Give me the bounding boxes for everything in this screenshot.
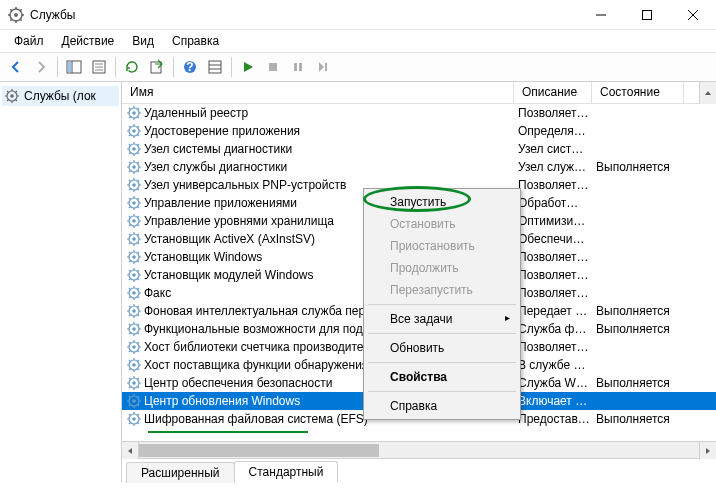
titlebar: Службы [0, 0, 716, 30]
ctx-all-tasks[interactable]: Все задачи [366, 308, 518, 330]
menu-action[interactable]: Действие [54, 32, 123, 50]
gear-icon [126, 123, 142, 139]
ctx-separator [368, 304, 516, 305]
svg-point-38 [132, 219, 136, 223]
menubar: Файл Действие Вид Справка [0, 30, 716, 52]
forward-button[interactable] [29, 55, 53, 79]
gear-icon [126, 177, 142, 193]
svg-rect-21 [299, 63, 302, 71]
gear-icon [126, 375, 142, 391]
service-desc: Позволяет… [514, 250, 592, 264]
refresh-button[interactable] [120, 55, 144, 79]
service-desc: Определя… [514, 124, 592, 138]
gear-icon [126, 213, 142, 229]
gear-icon [126, 411, 142, 427]
service-desc: Передает … [514, 304, 592, 318]
column-description[interactable]: Описание [514, 82, 592, 103]
service-desc: Позволяет… [514, 268, 592, 282]
ctx-restart: Перезапустить [366, 279, 518, 301]
svg-rect-20 [294, 63, 297, 71]
maximize-button[interactable] [624, 0, 670, 30]
service-state: Выполняется [592, 376, 684, 390]
svg-point-26 [132, 111, 136, 115]
svg-point-40 [132, 237, 136, 241]
scroll-left-button[interactable] [122, 442, 139, 459]
svg-point-54 [132, 363, 136, 367]
gear-icon [126, 267, 142, 283]
column-name[interactable]: Имя [122, 82, 514, 103]
help-button[interactable]: ? [178, 55, 202, 79]
service-name: Фоновая интеллектуальная служба пере [144, 304, 372, 318]
window-title: Службы [30, 8, 578, 22]
ctx-start[interactable]: Запустить [366, 191, 518, 213]
service-row[interactable]: Узел службы диагностикиУзел служ…Выполня… [122, 158, 716, 176]
service-row[interactable]: Узел системы диагностикиУзел сист… [122, 140, 716, 158]
service-name: Хост библиотеки счетчика производите [144, 340, 364, 354]
export-button[interactable] [145, 55, 169, 79]
properties-button[interactable] [87, 55, 111, 79]
svg-rect-22 [325, 63, 327, 71]
service-row[interactable]: Удостоверение приложенияОпределя… [122, 122, 716, 140]
tab-extended[interactable]: Расширенный [126, 462, 235, 483]
horizontal-scrollbar[interactable] [122, 441, 716, 458]
service-name: Узел универсальных PNP-устройств [144, 178, 346, 192]
gear-icon [126, 159, 142, 175]
ctx-help[interactable]: Справка [366, 395, 518, 417]
stop-service-button[interactable] [261, 55, 285, 79]
service-desc: Узел сист… [514, 142, 592, 156]
service-desc: В службе … [514, 358, 592, 372]
back-button[interactable] [4, 55, 28, 79]
menu-help[interactable]: Справка [164, 32, 227, 50]
start-service-button[interactable] [236, 55, 260, 79]
svg-rect-16 [209, 61, 221, 73]
tree-root-services[interactable]: Службы (лок [2, 86, 119, 106]
service-row[interactable]: Удаленный реестрПозволяет… [122, 104, 716, 122]
scroll-right-button[interactable] [699, 442, 716, 459]
tree-root-label: Службы (лок [24, 89, 96, 103]
column-state[interactable]: Состояние [592, 82, 684, 103]
tab-bar: Расширенный Стандартный [122, 458, 716, 482]
toolbar-separator [231, 57, 232, 77]
svg-rect-8 [68, 62, 71, 72]
service-desc: Служба ф… [514, 322, 592, 336]
ctx-refresh[interactable]: Обновить [366, 337, 518, 359]
main-area: Службы (лок Имя Описание Состояние Удале… [0, 82, 716, 482]
ctx-pause: Приостановить [366, 235, 518, 257]
services-icon [8, 7, 24, 23]
svg-point-30 [132, 147, 136, 151]
show-hide-tree-button[interactable] [62, 55, 86, 79]
scroll-thumb[interactable] [139, 444, 379, 457]
service-name: Факс [144, 286, 171, 300]
restart-service-button[interactable] [311, 55, 335, 79]
service-desc: Позволяет… [514, 340, 592, 354]
ctx-properties[interactable]: Свойства [366, 366, 518, 388]
menu-view[interactable]: Вид [124, 32, 162, 50]
service-desc: Позволяет… [514, 106, 592, 120]
ctx-separator [368, 391, 516, 392]
gear-icon [126, 195, 142, 211]
toolbar-separator [115, 57, 116, 77]
service-name: Хост поставщика функции обнаружения [144, 358, 368, 372]
scroll-up-button[interactable] [699, 82, 716, 104]
service-desc: Оптимизи… [514, 214, 592, 228]
ctx-resume: Продолжить [366, 257, 518, 279]
service-state: Выполняется [592, 322, 684, 336]
pause-service-button[interactable] [286, 55, 310, 79]
tab-standard[interactable]: Стандартный [234, 461, 339, 482]
gear-icon [126, 141, 142, 157]
minimize-button[interactable] [578, 0, 624, 30]
service-desc: Предостав… [514, 412, 592, 426]
close-button[interactable] [670, 0, 716, 30]
service-desc: Включает … [514, 394, 592, 408]
svg-point-46 [132, 291, 136, 295]
toolbar-separator [173, 57, 174, 77]
service-name: Функциональные возможности для подк [144, 322, 368, 336]
service-state: Выполняется [592, 160, 684, 174]
svg-point-52 [132, 345, 136, 349]
gear-icon [126, 357, 142, 373]
service-name: Установщик Windows [144, 250, 262, 264]
service-desc: Узел служ… [514, 160, 592, 174]
list-button[interactable] [203, 55, 227, 79]
menu-file[interactable]: Файл [6, 32, 52, 50]
svg-point-50 [132, 327, 136, 331]
